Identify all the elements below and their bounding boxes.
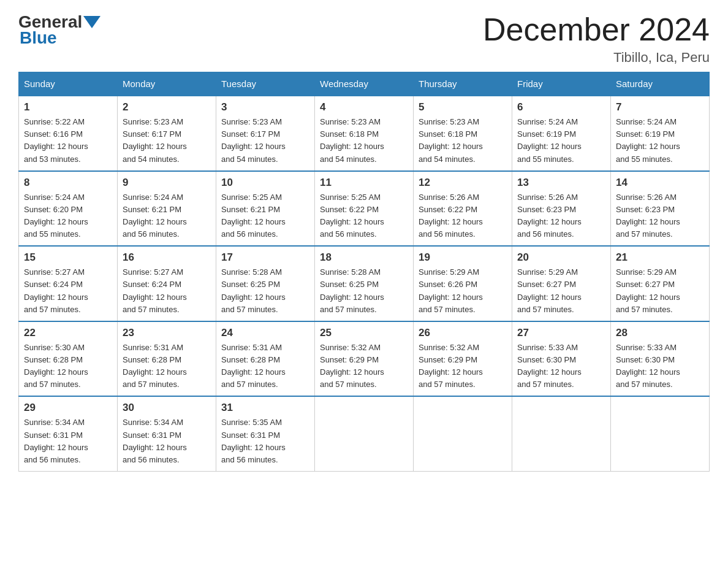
day-number: 31: [221, 402, 309, 414]
calendar-cell: 5 Sunrise: 5:23 AM Sunset: 6:18 PM Dayli…: [414, 96, 512, 171]
calendar-cell: 19 Sunrise: 5:29 AM Sunset: 6:26 PM Dayl…: [414, 246, 512, 321]
page-title: December 2024: [483, 12, 710, 47]
calendar-cell: 12 Sunrise: 5:26 AM Sunset: 6:22 PM Dayl…: [414, 171, 512, 247]
day-info: Sunrise: 5:24 AM Sunset: 6:19 PM Dayligh…: [517, 116, 605, 166]
calendar-cell: 1 Sunrise: 5:22 AM Sunset: 6:16 PM Dayli…: [19, 96, 118, 171]
calendar-cell: [611, 396, 710, 471]
day-info: Sunrise: 5:29 AM Sunset: 6:27 PM Dayligh…: [616, 266, 704, 316]
day-info: Sunrise: 5:26 AM Sunset: 6:22 PM Dayligh…: [419, 191, 507, 241]
calendar-cell: 22 Sunrise: 5:30 AM Sunset: 6:28 PM Dayl…: [19, 321, 118, 397]
calendar-week-4: 22 Sunrise: 5:30 AM Sunset: 6:28 PM Dayl…: [19, 321, 710, 397]
day-number: 7: [616, 101, 704, 113]
calendar-week-5: 29 Sunrise: 5:34 AM Sunset: 6:31 PM Dayl…: [19, 396, 710, 471]
day-info: Sunrise: 5:27 AM Sunset: 6:24 PM Dayligh…: [24, 266, 112, 316]
day-info: Sunrise: 5:24 AM Sunset: 6:21 PM Dayligh…: [123, 191, 211, 241]
day-info: Sunrise: 5:23 AM Sunset: 6:17 PM Dayligh…: [221, 116, 309, 166]
weekday-header-sunday: Sunday: [19, 72, 118, 96]
day-number: 26: [419, 327, 507, 339]
page-subtitle: Tibillo, Ica, Peru: [483, 50, 710, 66]
calendar-cell: 14 Sunrise: 5:26 AM Sunset: 6:23 PM Dayl…: [611, 171, 710, 247]
calendar-cell: 20 Sunrise: 5:29 AM Sunset: 6:27 PM Dayl…: [512, 246, 611, 321]
calendar-cell: 26 Sunrise: 5:32 AM Sunset: 6:29 PM Dayl…: [414, 321, 512, 397]
day-info: Sunrise: 5:26 AM Sunset: 6:23 PM Dayligh…: [517, 191, 605, 241]
day-number: 5: [419, 101, 507, 113]
day-info: Sunrise: 5:24 AM Sunset: 6:19 PM Dayligh…: [616, 116, 704, 166]
day-number: 2: [123, 101, 211, 113]
day-number: 3: [221, 101, 309, 113]
calendar-cell: 24 Sunrise: 5:31 AM Sunset: 6:28 PM Dayl…: [216, 321, 315, 397]
calendar-week-1: 1 Sunrise: 5:22 AM Sunset: 6:16 PM Dayli…: [19, 96, 710, 171]
day-info: Sunrise: 5:28 AM Sunset: 6:25 PM Dayligh…: [221, 266, 309, 316]
day-info: Sunrise: 5:30 AM Sunset: 6:28 PM Dayligh…: [24, 342, 112, 391]
day-number: 13: [517, 177, 605, 189]
day-info: Sunrise: 5:35 AM Sunset: 6:31 PM Dayligh…: [221, 416, 309, 466]
day-number: 15: [24, 251, 112, 264]
day-info: Sunrise: 5:31 AM Sunset: 6:28 PM Dayligh…: [123, 342, 211, 391]
day-number: 12: [419, 177, 507, 189]
calendar-cell: 11 Sunrise: 5:25 AM Sunset: 6:22 PM Dayl…: [315, 171, 414, 247]
day-number: 23: [123, 327, 211, 339]
day-number: 16: [123, 251, 211, 264]
title-section: December 2024 Tibillo, Ica, Peru: [483, 12, 710, 66]
day-info: Sunrise: 5:31 AM Sunset: 6:28 PM Dayligh…: [221, 342, 309, 391]
day-info: Sunrise: 5:24 AM Sunset: 6:20 PM Dayligh…: [24, 191, 112, 241]
day-number: 29: [24, 402, 112, 414]
day-info: Sunrise: 5:25 AM Sunset: 6:22 PM Dayligh…: [320, 191, 408, 241]
calendar-cell: 30 Sunrise: 5:34 AM Sunset: 6:31 PM Dayl…: [118, 396, 216, 471]
weekday-header-monday: Monday: [118, 72, 216, 96]
logo: General Blue: [18, 12, 102, 48]
day-number: 17: [221, 251, 309, 264]
day-number: 25: [320, 327, 408, 339]
day-number: 11: [320, 177, 408, 189]
day-info: Sunrise: 5:34 AM Sunset: 6:31 PM Dayligh…: [24, 416, 112, 466]
calendar-cell: 7 Sunrise: 5:24 AM Sunset: 6:19 PM Dayli…: [611, 96, 710, 171]
day-number: 4: [320, 101, 408, 113]
calendar-cell: 15 Sunrise: 5:27 AM Sunset: 6:24 PM Dayl…: [19, 246, 118, 321]
day-number: 19: [419, 251, 507, 264]
day-number: 6: [517, 101, 605, 113]
logo-blue-text: Blue: [20, 28, 57, 48]
calendar-cell: 3 Sunrise: 5:23 AM Sunset: 6:17 PM Dayli…: [216, 96, 315, 171]
calendar-cell: [414, 396, 512, 471]
day-number: 14: [616, 177, 704, 189]
day-number: 18: [320, 251, 408, 264]
day-number: 9: [123, 177, 211, 189]
weekday-header-thursday: Thursday: [414, 72, 512, 96]
day-info: Sunrise: 5:26 AM Sunset: 6:23 PM Dayligh…: [616, 191, 704, 241]
calendar-cell: 29 Sunrise: 5:34 AM Sunset: 6:31 PM Dayl…: [19, 396, 118, 471]
day-info: Sunrise: 5:34 AM Sunset: 6:31 PM Dayligh…: [123, 416, 211, 466]
day-number: 21: [616, 251, 704, 264]
day-info: Sunrise: 5:23 AM Sunset: 6:18 PM Dayligh…: [320, 116, 408, 166]
calendar-body: 1 Sunrise: 5:22 AM Sunset: 6:16 PM Dayli…: [19, 96, 710, 471]
day-number: 22: [24, 327, 112, 339]
day-number: 10: [221, 177, 309, 189]
day-number: 24: [221, 327, 309, 339]
calendar-table: SundayMondayTuesdayWednesdayThursdayFrid…: [18, 72, 710, 472]
logo-triangle-icon: [83, 16, 100, 28]
calendar-cell: 4 Sunrise: 5:23 AM Sunset: 6:18 PM Dayli…: [315, 96, 414, 171]
day-number: 27: [517, 327, 605, 339]
day-info: Sunrise: 5:29 AM Sunset: 6:26 PM Dayligh…: [419, 266, 507, 316]
calendar-cell: 27 Sunrise: 5:33 AM Sunset: 6:30 PM Dayl…: [512, 321, 611, 397]
calendar-cell: 25 Sunrise: 5:32 AM Sunset: 6:29 PM Dayl…: [315, 321, 414, 397]
calendar-cell: 9 Sunrise: 5:24 AM Sunset: 6:21 PM Dayli…: [118, 171, 216, 247]
calendar-week-2: 8 Sunrise: 5:24 AM Sunset: 6:20 PM Dayli…: [19, 171, 710, 247]
day-number: 28: [616, 327, 704, 339]
calendar-cell: 23 Sunrise: 5:31 AM Sunset: 6:28 PM Dayl…: [118, 321, 216, 397]
weekday-header-saturday: Saturday: [611, 72, 710, 96]
calendar-cell: 28 Sunrise: 5:33 AM Sunset: 6:30 PM Dayl…: [611, 321, 710, 397]
calendar-cell: 31 Sunrise: 5:35 AM Sunset: 6:31 PM Dayl…: [216, 396, 315, 471]
day-info: Sunrise: 5:33 AM Sunset: 6:30 PM Dayligh…: [616, 342, 704, 391]
day-info: Sunrise: 5:29 AM Sunset: 6:27 PM Dayligh…: [517, 266, 605, 316]
weekday-header-friday: Friday: [512, 72, 611, 96]
weekday-header-tuesday: Tuesday: [216, 72, 315, 96]
day-info: Sunrise: 5:25 AM Sunset: 6:21 PM Dayligh…: [221, 191, 309, 241]
calendar-week-3: 15 Sunrise: 5:27 AM Sunset: 6:24 PM Dayl…: [19, 246, 710, 321]
page-header: General Blue December 2024 Tibillo, Ica,…: [18, 12, 710, 66]
calendar-cell: 8 Sunrise: 5:24 AM Sunset: 6:20 PM Dayli…: [19, 171, 118, 247]
calendar-cell: 13 Sunrise: 5:26 AM Sunset: 6:23 PM Dayl…: [512, 171, 611, 247]
calendar-header: SundayMondayTuesdayWednesdayThursdayFrid…: [19, 72, 710, 96]
calendar-cell: [315, 396, 414, 471]
day-info: Sunrise: 5:33 AM Sunset: 6:30 PM Dayligh…: [517, 342, 605, 391]
calendar-cell: 10 Sunrise: 5:25 AM Sunset: 6:21 PM Dayl…: [216, 171, 315, 247]
